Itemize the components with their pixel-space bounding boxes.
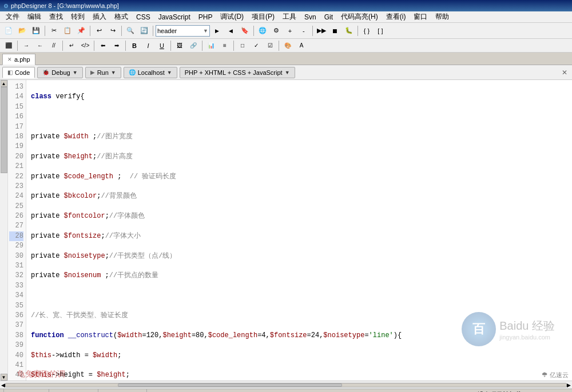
menu-project[interactable]: 项目(P)	[248, 11, 278, 22]
tb-r2-img[interactable]: 🖼	[173, 39, 186, 52]
code-editor[interactable]: class verify{ private $width ;//图片宽度 pri…	[26, 80, 572, 381]
tb-run[interactable]: ▶▶	[315, 25, 328, 37]
file-tabs: ✕ a.php	[0, 53, 572, 65]
tb-replace[interactable]: 🔄	[138, 25, 150, 37]
tb-r2-link[interactable]: 🔗	[187, 39, 200, 52]
tb-r2-sep3	[94, 41, 94, 51]
tb-r2-prev[interactable]: ⬅	[97, 39, 109, 52]
tb-bookmark[interactable]: 🔖	[239, 25, 251, 37]
file-tab-a-php[interactable]: ✕ a.php	[2, 54, 35, 65]
code-line-17: private $code_length ; // 验证码长度	[31, 172, 567, 182]
tb-r2-outdent[interactable]: ←	[34, 39, 46, 52]
search-input-wrap[interactable]: ▼	[156, 25, 210, 37]
tb-zoom-in[interactable]: +	[284, 25, 296, 37]
tb-zoom-out[interactable]: -	[297, 25, 310, 37]
tb-r2-comment[interactable]: //	[47, 39, 60, 52]
tb-debug2[interactable]: 🐛	[343, 25, 355, 37]
code-line-16: private $height;//图片高度	[31, 152, 567, 162]
scroll-up[interactable]: ▲	[1, 80, 7, 87]
menu-tools[interactable]: 工具	[279, 11, 300, 22]
menu-edit[interactable]: 编辑	[24, 11, 45, 22]
search-dropdown[interactable]: ▼	[203, 28, 208, 34]
tb-r2-b[interactable]: B	[128, 39, 141, 52]
tb-code2[interactable]: [ ]	[374, 25, 387, 37]
menu-help[interactable]: 帮助	[432, 11, 452, 22]
tb-r2-sep7	[233, 41, 234, 51]
tb-r2-table[interactable]: 📊	[205, 39, 217, 52]
h-scroll-right[interactable]: ▶	[567, 382, 571, 388]
ln-29: 29	[9, 241, 23, 251]
tb-redo[interactable]: ↪	[106, 25, 119, 37]
menu-goto[interactable]: 转到	[67, 11, 88, 22]
run-tab-arrow[interactable]: ▼	[111, 70, 116, 75]
ln-20: 20	[9, 152, 23, 162]
menu-codehighlight[interactable]: 代码高亮(H)	[337, 11, 382, 22]
tb-r2-tag[interactable]: </>	[79, 39, 92, 52]
tb-save[interactable]: 💾	[30, 25, 42, 37]
tb-copy[interactable]: 📋	[61, 25, 74, 37]
h-scroll-left[interactable]: ◀	[1, 382, 5, 388]
tb-r2-form[interactable]: □	[236, 39, 249, 52]
h-scroll-thumb[interactable]	[118, 383, 342, 387]
tb-code1[interactable]: { }	[360, 25, 373, 37]
search-input[interactable]	[157, 26, 203, 36]
v-scrollbar[interactable]: ▲ ▼	[0, 80, 8, 381]
tb-r2-i[interactable]: I	[142, 39, 154, 52]
tb-settings[interactable]: ⚙	[270, 25, 283, 37]
h-scroll-track[interactable]	[5, 383, 567, 387]
ln-37: 37	[9, 321, 23, 330]
menu-file[interactable]: 文件	[2, 11, 23, 22]
menu-javascript[interactable]: JavaScript	[155, 13, 194, 22]
tb-r2-wrap[interactable]: ↵	[65, 39, 78, 52]
tb-globe[interactable]: 🌐	[256, 25, 269, 37]
localhost-tab-arrow[interactable]: ▼	[167, 70, 172, 75]
tb-r2-color[interactable]: 🎨	[281, 39, 294, 52]
tb-r2-u[interactable]: U	[156, 39, 168, 52]
menu-find[interactable]: 查找	[46, 11, 66, 22]
file-tab-close-icon[interactable]: ✕	[7, 57, 12, 62]
menu-css[interactable]: CSS	[133, 13, 154, 22]
scroll-thumb[interactable]	[1, 87, 7, 173]
close-editor-button[interactable]: ✕	[559, 69, 570, 77]
tb-r2-check[interactable]: ☑	[264, 39, 276, 52]
tb-stop[interactable]: ⏹	[329, 25, 341, 37]
tab-code[interactable]: ◧ Code	[2, 67, 35, 78]
menu-svn[interactable]: Svn	[301, 13, 320, 22]
code-line-27: $this->height = $height;	[31, 370, 567, 380]
tb-r2-next[interactable]: ➡	[110, 39, 123, 52]
ln-38: 38	[9, 331, 23, 341]
tb-find[interactable]: 🔍	[124, 25, 137, 37]
tb-cut[interactable]: ✂	[47, 25, 60, 37]
tb-search-go[interactable]: ▶	[211, 25, 224, 37]
ln-19: 19	[9, 142, 23, 151]
tab-debug[interactable]: 🐞 Debug ▼	[37, 67, 82, 78]
scroll-track[interactable]	[1, 87, 7, 374]
menu-format[interactable]: 格式	[111, 11, 132, 22]
tb-paste[interactable]: 📌	[75, 25, 88, 37]
tb-search-back[interactable]: ◀	[225, 25, 237, 37]
menu-git[interactable]: Git	[321, 13, 336, 22]
code-line-13: class verify{	[31, 92, 567, 102]
tb-r2-1[interactable]: ⬛	[2, 39, 15, 52]
tb-r2-font[interactable]: A	[295, 39, 308, 52]
menu-window[interactable]: 窗口	[410, 11, 431, 22]
debug-tab-arrow[interactable]: ▼	[73, 70, 78, 75]
tb-r2-submit[interactable]: ✓	[250, 39, 263, 52]
tb-undo[interactable]: ↩	[93, 25, 105, 37]
tb-r2-list[interactable]: ≡	[219, 39, 231, 52]
menu-view[interactable]: 查看(i)	[383, 11, 410, 22]
menu-debug[interactable]: 调试(D)	[217, 11, 247, 22]
debug-tab-label: Debug	[51, 69, 70, 76]
tb-open[interactable]: 📂	[16, 25, 29, 37]
tb-new[interactable]: 📄	[2, 25, 15, 37]
menu-php[interactable]: PHP	[195, 13, 216, 22]
tb-r2-indent[interactable]: →	[20, 39, 33, 52]
menu-insert[interactable]: 插入	[89, 11, 110, 22]
filetype-tab-arrow[interactable]: ▼	[285, 70, 290, 75]
scroll-down[interactable]: ▼	[1, 374, 7, 381]
tab-filetype[interactable]: PHP + XHTML + CSS + JavaScript ▼	[180, 67, 295, 78]
tab-localhost[interactable]: 🌐 Localhost ▼	[124, 67, 177, 78]
h-scrollbar[interactable]: ◀ ▶	[0, 381, 572, 389]
tab-run[interactable]: ▶ Run ▼	[85, 67, 121, 78]
code-line-26: $this->width = $width;	[31, 351, 567, 361]
